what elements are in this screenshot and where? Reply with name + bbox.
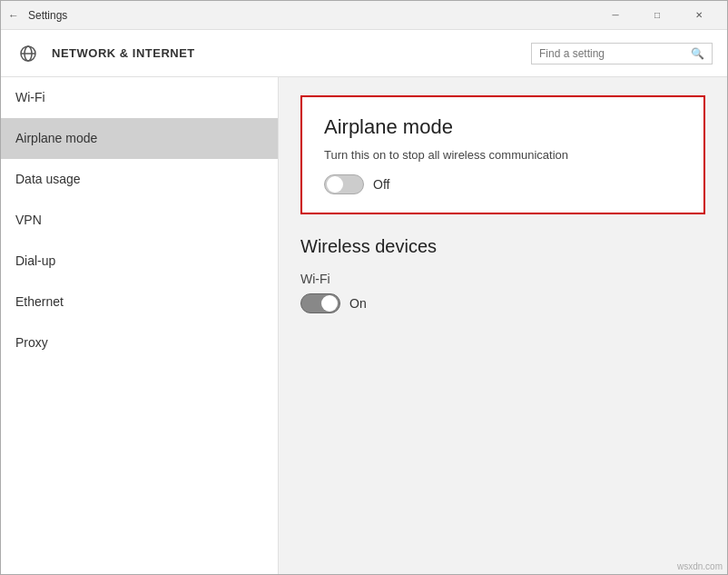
airplane-mode-toggle-label: Off bbox=[373, 177, 389, 192]
sidebar-item-vpn[interactable]: VPN bbox=[1, 200, 278, 241]
wifi-toggle-knob bbox=[321, 295, 338, 312]
airplane-mode-title: Airplane mode bbox=[324, 115, 682, 139]
wireless-devices-section: Wireless devices Wi-Fi On bbox=[300, 236, 705, 313]
airplane-mode-card: Airplane mode Turn this on to stop all w… bbox=[300, 95, 705, 214]
sidebar-item-data-usage[interactable]: Data usage bbox=[1, 159, 278, 200]
toggle-knob bbox=[327, 176, 343, 193]
page-title: NETWORK & INTERNET bbox=[52, 46, 520, 60]
sidebar-item-dial-up[interactable]: Dial-up bbox=[1, 241, 278, 282]
window-controls: ─ □ ✕ bbox=[595, 1, 720, 30]
content-area: Airplane mode Turn this on to stop all w… bbox=[279, 77, 727, 574]
airplane-mode-description: Turn this on to stop all wireless commun… bbox=[324, 148, 682, 162]
back-button[interactable]: ← bbox=[8, 9, 19, 22]
titlebar: ← Settings ─ □ ✕ bbox=[1, 1, 727, 30]
search-input[interactable] bbox=[539, 47, 685, 60]
wireless-devices-title: Wireless devices bbox=[300, 236, 705, 257]
wifi-toggle-label: On bbox=[349, 296, 367, 311]
search-box[interactable]: 🔍 bbox=[531, 43, 713, 64]
airplane-mode-toggle-row: Off bbox=[324, 174, 682, 194]
wifi-toggle-row: On bbox=[300, 293, 705, 313]
wifi-section: Wi-Fi On bbox=[300, 272, 705, 313]
close-button[interactable]: ✕ bbox=[678, 1, 720, 30]
sidebar-item-ethernet[interactable]: Ethernet bbox=[1, 282, 278, 322]
wifi-label: Wi-Fi bbox=[300, 272, 705, 286]
sidebar: Wi-Fi Airplane mode Data usage VPN Dial-… bbox=[1, 77, 279, 574]
main-layout: Wi-Fi Airplane mode Data usage VPN Dial-… bbox=[1, 77, 727, 574]
app-header: NETWORK & INTERNET 🔍 bbox=[1, 30, 727, 77]
wifi-toggle[interactable] bbox=[300, 293, 340, 313]
sidebar-item-proxy[interactable]: Proxy bbox=[1, 322, 278, 363]
search-icon: 🔍 bbox=[691, 47, 704, 60]
network-icon bbox=[15, 41, 41, 66]
airplane-mode-toggle[interactable] bbox=[324, 174, 364, 194]
maximize-button[interactable]: □ bbox=[636, 1, 678, 30]
sidebar-item-airplane-mode[interactable]: Airplane mode bbox=[1, 118, 278, 159]
window-title: Settings bbox=[28, 9, 595, 22]
sidebar-item-wifi[interactable]: Wi-Fi bbox=[1, 77, 278, 118]
watermark: wsxdn.com bbox=[677, 561, 723, 571]
minimize-button[interactable]: ─ bbox=[595, 1, 636, 30]
